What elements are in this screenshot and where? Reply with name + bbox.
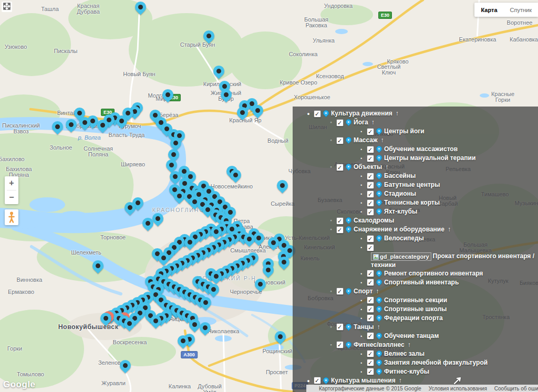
map-pin[interactable] <box>201 28 217 44</box>
map-type-satellite-button[interactable]: Спутник <box>504 3 538 17</box>
category-item: ◦Скалодромы <box>328 216 538 225</box>
map-pin[interactable] <box>253 277 268 292</box>
category-item: ▪Стадионы <box>358 189 538 198</box>
category-checkbox[interactable] <box>367 368 374 375</box>
category-checkbox[interactable] <box>367 208 374 216</box>
category-checkbox[interactable] <box>336 164 344 171</box>
category-checkbox[interactable] <box>367 350 374 357</box>
marker-pin-icon <box>375 145 384 153</box>
marker-pin-icon <box>375 198 384 207</box>
map-pin[interactable] <box>273 329 288 345</box>
marker-pin-icon <box>375 269 384 278</box>
list-bullet-icon: ▪ <box>358 172 365 181</box>
map-pin[interactable] <box>118 358 133 374</box>
category-label: Массаж <box>354 136 378 145</box>
zoom-out-button[interactable]: − <box>5 190 18 204</box>
category-checkbox[interactable] <box>367 235 374 242</box>
list-bullet-icon: ◦ <box>328 323 334 332</box>
category-checkbox[interactable] <box>336 288 344 295</box>
sort-arrow[interactable]: ↑ <box>448 225 451 234</box>
category-checkbox[interactable] <box>367 128 374 135</box>
category-item: ▪Спортивные секции <box>358 296 538 305</box>
marker-pin-icon <box>375 181 384 189</box>
category-checkbox[interactable] <box>367 182 374 189</box>
category-checkbox[interactable] <box>367 173 374 180</box>
sort-arrow[interactable]: ↑ <box>385 163 388 172</box>
list-bullet-icon: ◦ <box>328 287 334 296</box>
map-pin[interactable] <box>50 119 66 135</box>
category-checkbox[interactable] <box>367 279 374 286</box>
category-label: Спортивные школы <box>384 305 447 314</box>
sort-arrow[interactable]: ↑ <box>377 323 380 332</box>
category-checkbox[interactable] <box>367 244 374 251</box>
image-alt-text: gd_placecategory <box>380 253 429 260</box>
category-checkbox[interactable] <box>336 323 344 331</box>
category-checkbox[interactable] <box>336 341 344 348</box>
list-bullet-icon: ▪ <box>358 296 365 305</box>
category-item: ▪Фитнес-клубы <box>358 367 538 376</box>
category-label: Стадионы <box>384 189 416 198</box>
category-checkbox[interactable] <box>367 190 374 198</box>
map-pin[interactable] <box>211 63 227 79</box>
category-checkbox[interactable] <box>336 119 344 126</box>
sort-arrow[interactable]: ↑ <box>396 109 399 118</box>
marker-pin-icon <box>375 367 384 376</box>
category-checkbox[interactable] <box>367 305 374 313</box>
category-item: ▪Велнес залы <box>358 349 538 358</box>
list-bullet-icon: ▪ <box>358 189 365 198</box>
category-item: ▪Бассейны <box>358 172 538 181</box>
category-checkbox[interactable] <box>367 314 374 322</box>
category-label: Спортивные секции <box>384 296 447 305</box>
map-pin[interactable] <box>90 258 106 274</box>
map-pin[interactable] <box>64 117 79 133</box>
category-checkbox[interactable] <box>314 110 321 118</box>
sort-arrow[interactable]: ↑ <box>399 376 402 385</box>
zoom-in-button[interactable]: + <box>5 176 18 190</box>
category-tree: •Культура движения↑◦Йога↑▪Центры йоги◦Ма… <box>293 107 538 392</box>
category-checkbox[interactable] <box>367 270 374 277</box>
marker-pin-icon <box>375 278 384 287</box>
marker-pin-icon <box>345 287 353 295</box>
map-pin[interactable] <box>164 157 180 173</box>
list-bullet-icon: ▪ <box>358 243 365 252</box>
category-checkbox[interactable] <box>367 146 374 153</box>
sort-arrow[interactable]: ↑ <box>376 287 379 296</box>
category-checkbox[interactable] <box>336 226 344 234</box>
category-label: Яхт-клубы <box>384 207 417 216</box>
category-label: Занятия лечебной физкультурой <box>384 358 488 367</box>
marker-pin-icon <box>375 189 384 198</box>
category-list: •Культура движения↑◦Йога↑▪Центры йоги◦Ма… <box>293 109 538 385</box>
fullscreen-button[interactable] <box>2 2 12 12</box>
category-checkbox[interactable] <box>367 199 374 207</box>
category-list: ◦Йога↑▪Центры йоги◦Массаж↑▪Обучение масс… <box>305 118 538 376</box>
list-bullet-icon: ▪ <box>358 367 365 376</box>
category-checkbox[interactable] <box>367 155 374 162</box>
pegman-streetview-button[interactable] <box>5 209 18 225</box>
sort-arrow[interactable]: ↑ <box>381 136 384 145</box>
category-checkbox[interactable] <box>367 359 374 366</box>
image-icon <box>373 254 379 260</box>
map-app: ТашлаКрасная ДубраваУзюковоПискалыНовый … <box>0 0 538 392</box>
category-item: ◦Йога↑▪Центры йоги <box>328 118 538 136</box>
sort-arrow[interactable]: ↑ <box>371 118 375 127</box>
category-label: Центры мануальной терапии <box>384 154 475 163</box>
category-item: ◦Фитнес/вэллнес↑▪Велнес залы▪Занятия леч… <box>328 341 538 376</box>
list-bullet-icon: ◦ <box>328 341 334 349</box>
google-logo[interactable]: Google <box>3 379 36 390</box>
category-label: Федерации спорта <box>384 314 443 323</box>
category-checkbox[interactable] <box>314 377 321 384</box>
map-pin[interactable] <box>133 0 149 15</box>
map-type-map-button[interactable]: Карта <box>474 3 503 17</box>
list-bullet-icon: ▪ <box>358 207 365 216</box>
category-wrapped-line: gd_placecategoryПрокат спортивного инвен… <box>371 252 538 269</box>
category-checkbox[interactable] <box>336 217 344 225</box>
map-pin[interactable] <box>160 87 176 103</box>
list-bullet-icon: ▪ <box>358 154 365 163</box>
category-item: ▪Велосипеды <box>358 234 538 243</box>
category-label: Танцы <box>354 323 374 332</box>
category-checkbox[interactable] <box>367 296 374 304</box>
sort-arrow[interactable]: ↑ <box>408 341 411 349</box>
category-checkbox[interactable] <box>367 332 374 340</box>
category-checkbox[interactable] <box>336 137 344 144</box>
map-pin[interactable] <box>275 178 291 194</box>
